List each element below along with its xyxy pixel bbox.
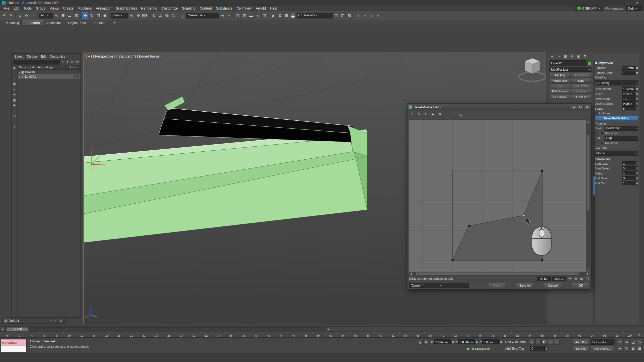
viewport-label-item[interactable]: [ + ] xyxy=(86,54,92,58)
display-spacewarps-icon[interactable]: ≋ xyxy=(12,108,17,113)
modifier-button[interactable]: Bevel xyxy=(549,83,570,88)
dialog-restore-button[interactable]: ▢ xyxy=(578,105,584,110)
parameter-value-field[interactable]: 5 xyxy=(622,106,635,110)
material-editor-icon[interactable]: ◙ xyxy=(270,12,276,19)
ruler-tick[interactable]: 46 xyxy=(287,332,300,337)
ruler-tick[interactable]: 78 xyxy=(486,332,499,337)
display-all-icon[interactable]: ◉ xyxy=(12,66,17,70)
display-none-icon[interactable]: ○ xyxy=(12,71,17,75)
zoom-icon[interactable]: ⊕ xyxy=(573,276,578,281)
modifier-list-dropdown[interactable]: Modifier List xyxy=(549,67,591,72)
selection-filter-dropdown[interactable]: All xyxy=(39,13,53,18)
render-iterative-icon[interactable]: ● xyxy=(355,12,361,19)
scroll-up-icon[interactable]: ▲ xyxy=(586,120,590,124)
selection-lock-icon[interactable]: ⊠ xyxy=(423,339,429,345)
ruler-tick[interactable]: 92 xyxy=(574,332,586,337)
ruler-tick[interactable]: 34 xyxy=(213,332,225,337)
lock-explorer-icon[interactable]: ⊠ xyxy=(70,60,75,64)
field-of-view-icon[interactable]: ◇ xyxy=(637,339,643,345)
render-preview-icon[interactable]: ● xyxy=(362,12,368,19)
ribbon-tab[interactable]: Object Paint xyxy=(65,20,89,25)
explorer-menu-item[interactable]: Edit xyxy=(40,55,48,58)
ruler-tick[interactable]: 0 xyxy=(1,332,13,337)
render-setup-icon[interactable]: ⚙ xyxy=(277,12,283,19)
spinner-arrows[interactable] xyxy=(635,86,638,91)
angle-snap-icon[interactable]: ∠ xyxy=(157,12,163,19)
ruler-tick[interactable]: 86 xyxy=(536,332,548,337)
menu-item[interactable]: Modifiers xyxy=(75,6,94,10)
ruler-tick[interactable]: 96 xyxy=(598,332,611,337)
orbit-icon[interactable]: ↻ xyxy=(623,346,629,352)
ruler-tick[interactable]: 4 xyxy=(26,332,38,337)
parameter-value-field[interactable]: 3 xyxy=(622,166,635,170)
spinner-arrows[interactable] xyxy=(475,340,478,344)
save-button[interactable]: Save xyxy=(488,283,506,288)
viewport-label-item[interactable]: [ Edged Faces ] xyxy=(137,54,162,58)
spinner-snap-icon[interactable]: ⇅ xyxy=(171,12,177,19)
cloud-render-icon[interactable]: ● xyxy=(368,12,374,19)
ruler-tick[interactable]: 100 xyxy=(623,332,636,337)
import-scene-icon[interactable]: ◳ xyxy=(333,12,339,19)
next-frame-arrow-icon[interactable] xyxy=(327,327,330,331)
toggle-ribbon-icon[interactable]: ▬ xyxy=(248,12,254,19)
menu-item[interactable]: Substance xyxy=(214,6,234,10)
modifier-button[interactable]: VertexPaint xyxy=(549,78,570,83)
ruler-tick[interactable]: 28 xyxy=(175,332,187,337)
ruler-tick[interactable]: 82 xyxy=(511,332,524,337)
menu-item[interactable]: Scripting xyxy=(180,6,197,10)
use-pivot-center-icon[interactable]: ⊙ xyxy=(129,12,135,19)
layer-list-icon[interactable]: ≡ xyxy=(53,318,58,323)
ruler-tick[interactable]: 72 xyxy=(449,332,461,337)
parameter-value-field[interactable]: 1 xyxy=(622,71,635,75)
menu-item[interactable]: Arnold xyxy=(254,6,268,10)
parameter-value-field[interactable]: 1 xyxy=(622,181,635,185)
select-and-scale-icon[interactable]: ◰ xyxy=(95,12,101,19)
scroll-right-icon[interactable]: ▶ xyxy=(586,272,590,275)
ruler-tick[interactable]: 94 xyxy=(586,332,598,337)
percent-snap-icon[interactable]: % xyxy=(164,12,170,19)
modifier-button[interactable]: FFD 4x4x4 xyxy=(571,94,591,99)
checkbox-icon[interactable] xyxy=(600,131,604,135)
coordinate-value[interactable]: -58.667mm xyxy=(458,339,475,344)
green-molding-object[interactable] xyxy=(84,129,367,243)
view-cube[interactable] xyxy=(519,58,546,81)
rectangular-region-icon[interactable]: ▭ xyxy=(66,12,72,19)
spinner-arrows[interactable] xyxy=(635,91,638,96)
utilities-tab-icon[interactable]: ⚒ xyxy=(582,54,588,59)
curve-editor-icon[interactable]: ∿ xyxy=(255,12,261,19)
ruler-tick[interactable]: 80 xyxy=(499,332,511,337)
ruler-tick[interactable]: 10 xyxy=(63,332,75,337)
reference-coordinate-dropdown[interactable]: View xyxy=(111,13,128,18)
ruler-tick[interactable]: 66 xyxy=(412,332,424,337)
select-profile-icon[interactable]: ↖ xyxy=(416,111,422,117)
zoom-viewport-icon[interactable]: ⊕ xyxy=(617,339,623,345)
checkbox-icon[interactable] xyxy=(595,111,598,115)
modifier-button[interactable]: Edit Poly xyxy=(549,73,570,78)
parameter-value-field[interactable]: 2 xyxy=(622,171,635,175)
ruler-tick[interactable]: 84 xyxy=(524,332,536,337)
column-filter-icon[interactable]: ▾ xyxy=(65,60,70,64)
named-selection-sets-dropdown[interactable]: Create Selection Set xyxy=(186,13,219,18)
modify-tab-icon[interactable]: ∿ xyxy=(556,54,561,59)
ribbon-tab[interactable]: Freeform xyxy=(23,20,43,25)
spinner-arrows[interactable] xyxy=(635,96,638,101)
display-bones-icon[interactable]: ≀ xyxy=(12,124,17,129)
pan-view-icon[interactable]: ✛ xyxy=(617,346,623,352)
parameter-value-field[interactable]: 0.5mm xyxy=(622,92,635,96)
ruler-tick[interactable]: 2 xyxy=(13,332,26,337)
cancel-button[interactable]: Cancel xyxy=(544,283,562,288)
scroll-left-icon[interactable]: ◀ xyxy=(409,272,413,275)
ok-button[interactable]: OK xyxy=(572,283,590,288)
parameter-value-field[interactable]: 4.64mm xyxy=(622,66,635,70)
visibility-dot-icon[interactable] xyxy=(19,70,20,74)
ruler-tick[interactable]: 26 xyxy=(163,332,175,337)
ribbon-tab[interactable]: Populate xyxy=(90,20,110,25)
clear-search-icon[interactable]: ✕ xyxy=(60,60,65,64)
optimize-checkbox[interactable]: Optimize xyxy=(595,111,638,115)
start-cap-dropdown[interactable]: Bevel Cap xyxy=(605,126,638,131)
undo-icon[interactable]: ↶ xyxy=(1,12,7,19)
spinner-arrows[interactable] xyxy=(635,161,638,166)
menu-item[interactable]: Graph Editors xyxy=(113,6,139,10)
dialog-minimize-button[interactable]: ─ xyxy=(571,105,577,110)
display-lights-icon[interactable]: ☀ xyxy=(12,92,17,97)
